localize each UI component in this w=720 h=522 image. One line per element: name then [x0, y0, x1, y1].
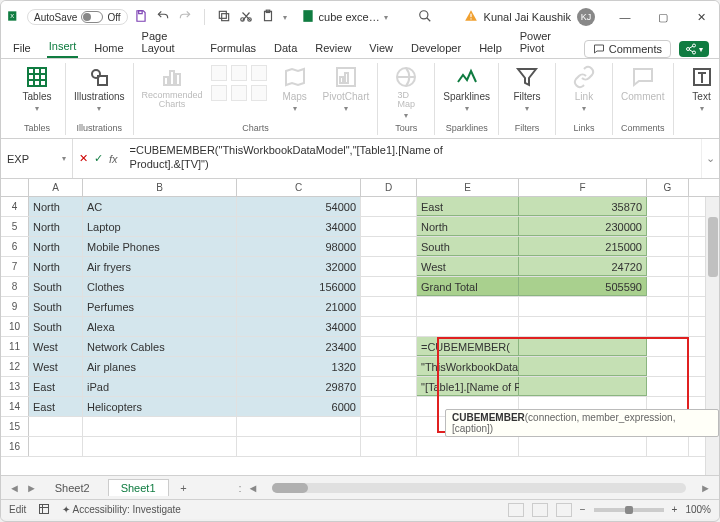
- cell[interactable]: [519, 377, 647, 396]
- cell[interactable]: 24720: [519, 257, 647, 276]
- column-header[interactable]: G: [647, 179, 689, 196]
- page-layout-view-icon[interactable]: [532, 503, 548, 517]
- cell[interactable]: Clothes: [83, 277, 237, 296]
- zoom-out-icon[interactable]: −: [580, 504, 586, 515]
- cell[interactable]: [647, 337, 689, 356]
- tab-formulas[interactable]: Formulas: [208, 38, 258, 58]
- cell[interactable]: AC: [83, 197, 237, 216]
- tab-file[interactable]: File: [11, 38, 33, 58]
- cell[interactable]: [237, 437, 361, 456]
- tab-data[interactable]: Data: [272, 38, 299, 58]
- row-header[interactable]: 10: [1, 317, 29, 336]
- cell[interactable]: West: [29, 357, 83, 376]
- tab-insert[interactable]: Insert: [47, 36, 79, 58]
- tables-button[interactable]: Tables▾: [17, 65, 57, 113]
- cell[interactable]: 156000: [237, 277, 361, 296]
- pivotchart-button[interactable]: PivotChart▾: [323, 65, 370, 113]
- add-sheet-button[interactable]: +: [175, 482, 193, 494]
- cell[interactable]: [361, 397, 417, 416]
- page-break-view-icon[interactable]: [556, 503, 572, 517]
- zoom-slider[interactable]: [594, 508, 664, 512]
- cell[interactable]: [417, 317, 519, 336]
- cell[interactable]: South: [29, 277, 83, 296]
- enter-icon[interactable]: ✓: [94, 152, 103, 165]
- close-button[interactable]: ✕: [689, 11, 713, 24]
- paste-icon[interactable]: [261, 9, 275, 25]
- sheet-tab[interactable]: Sheet1: [108, 479, 169, 496]
- sparklines-button[interactable]: Sparklines▾: [443, 65, 490, 113]
- cell[interactable]: South: [29, 297, 83, 316]
- tab-help[interactable]: Help: [477, 38, 504, 58]
- cell[interactable]: [361, 297, 417, 316]
- cell[interactable]: "ThisWorkbookDataModel",: [417, 357, 519, 376]
- cell[interactable]: [647, 237, 689, 256]
- cell[interactable]: [361, 197, 417, 216]
- zoom-level[interactable]: 100%: [685, 504, 711, 515]
- next-sheet-icon[interactable]: ►: [26, 482, 37, 494]
- horizontal-scrollbar[interactable]: : ◄ ►: [239, 482, 711, 494]
- cell[interactable]: Grand Total: [417, 277, 519, 296]
- comment-button[interactable]: Comment: [621, 65, 664, 102]
- cell[interactable]: [647, 217, 689, 236]
- cell[interactable]: [519, 437, 647, 456]
- workbook-stats-icon[interactable]: [38, 503, 50, 517]
- accessibility-button[interactable]: ✦ Accessibility: Investigate: [62, 504, 181, 515]
- cell[interactable]: 23400: [237, 337, 361, 356]
- cell[interactable]: [361, 377, 417, 396]
- cell[interactable]: Helicopters: [83, 397, 237, 416]
- cell[interactable]: [647, 297, 689, 316]
- cell[interactable]: [647, 357, 689, 376]
- spreadsheet-grid[interactable]: A B C D E F G 4NorthAC54000East358705Nor…: [1, 179, 719, 475]
- cell[interactable]: 35870: [519, 197, 647, 216]
- maps-button[interactable]: Maps▾: [275, 65, 315, 113]
- cell[interactable]: 215000: [519, 237, 647, 256]
- cell[interactable]: [519, 337, 647, 356]
- cell[interactable]: [361, 237, 417, 256]
- cell[interactable]: North: [29, 237, 83, 256]
- zoom-in-icon[interactable]: +: [672, 504, 678, 515]
- cut-icon[interactable]: [239, 9, 253, 25]
- cell[interactable]: [361, 437, 417, 456]
- maximize-button[interactable]: ▢: [651, 11, 675, 24]
- column-header[interactable]: C: [237, 179, 361, 196]
- column-header[interactable]: E: [417, 179, 519, 196]
- cell[interactable]: Mobile Phones: [83, 237, 237, 256]
- row-header[interactable]: 9: [1, 297, 29, 316]
- tab-home[interactable]: Home: [92, 38, 125, 58]
- cell[interactable]: [29, 437, 83, 456]
- row-header[interactable]: 8: [1, 277, 29, 296]
- cell[interactable]: West: [417, 257, 519, 276]
- qat-dropdown-icon[interactable]: ▾: [283, 13, 287, 22]
- text-button[interactable]: Text▾: [682, 65, 720, 113]
- grid-row[interactable]: 12WestAir planes1320"ThisWorkbookDataMod…: [1, 357, 719, 377]
- cell[interactable]: East: [29, 397, 83, 416]
- column-header[interactable]: B: [83, 179, 237, 196]
- cell[interactable]: North: [417, 217, 519, 236]
- cell[interactable]: [361, 277, 417, 296]
- tab-view[interactable]: View: [367, 38, 395, 58]
- cell[interactable]: [647, 437, 689, 456]
- redo-icon[interactable]: [178, 9, 192, 25]
- cell[interactable]: [519, 357, 647, 376]
- cell[interactable]: [83, 437, 237, 456]
- cell[interactable]: 29870: [237, 377, 361, 396]
- column-header[interactable]: A: [29, 179, 83, 196]
- recommended-charts-button[interactable]: RecommendedCharts: [142, 65, 203, 109]
- cell[interactable]: [519, 317, 647, 336]
- autosave-toggle[interactable]: AutoSave Off: [27, 9, 128, 25]
- normal-view-icon[interactable]: [508, 503, 524, 517]
- tab-developer[interactable]: Developer: [409, 38, 463, 58]
- row-header[interactable]: 7: [1, 257, 29, 276]
- row-header[interactable]: 16: [1, 437, 29, 456]
- formula-input[interactable]: =CUBEMEMBER("ThisWorkbookDataModel","[Ta…: [124, 139, 701, 178]
- cell[interactable]: Alexa: [83, 317, 237, 336]
- row-header[interactable]: 13: [1, 377, 29, 396]
- link-button[interactable]: Link▾: [564, 65, 604, 113]
- column-header[interactable]: D: [361, 179, 417, 196]
- grid-row[interactable]: 8SouthClothes156000Grand Total505590: [1, 277, 719, 297]
- cell[interactable]: 54000: [237, 197, 361, 216]
- name-box[interactable]: EXP▾: [1, 139, 73, 178]
- chart-type-grid[interactable]: [211, 65, 267, 101]
- cell[interactable]: [647, 277, 689, 296]
- fx-icon[interactable]: fx: [109, 153, 118, 165]
